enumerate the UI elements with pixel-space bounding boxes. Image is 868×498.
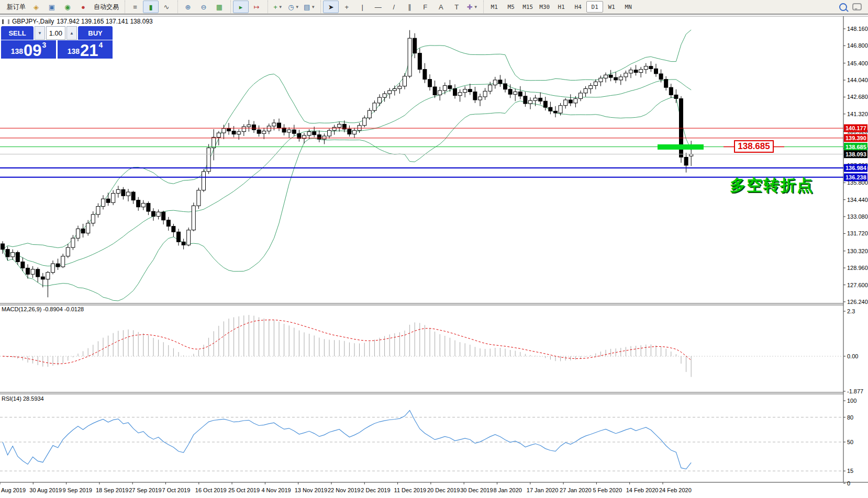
signal-icon: ◉ [64,3,70,11]
zoom-out-button[interactable]: ⊖ [196,1,212,13]
candlestick [247,125,251,127]
arrows-button[interactable]: ✚▼ [464,1,480,13]
toolbar-group-insert: +▼◷▼▤▼ [268,1,319,13]
candlestick [363,118,366,126]
timeframe-H4-button[interactable]: H4 [570,1,586,13]
templates-button[interactable]: ▤▼ [302,1,317,13]
signal-button[interactable]: ◉ [60,1,75,13]
volume-up-button[interactable]: ▲ [66,26,77,40]
trendline-button[interactable]: / [386,1,402,13]
timeframe-MN-button[interactable]: MN [620,1,637,13]
crosshair-icon: + [344,3,349,11]
new-window-icon: ▣ [49,3,55,11]
annotation-text[interactable]: 多空转折点 [730,175,814,196]
one-click-trading-panel: SELL ▼ 1.00 ▲ BUY 138 09 3 138 21 4 [1,26,113,59]
new-order-button[interactable]: 新订单 [4,1,28,13]
new-window-button[interactable]: ▣ [44,1,60,13]
chart-shift-button[interactable]: ↦ [249,1,264,13]
candlestick-chart-button[interactable]: ▮ [143,1,159,13]
timeframe-H1-button[interactable]: H1 [553,1,570,13]
svg-text:138.093: 138.093 [845,151,866,157]
horizontal-line-button[interactable]: — [370,1,386,13]
price-tag-138685[interactable]: 138.685 [734,140,774,153]
autotrading-button[interactable]: ● [75,1,91,13]
svg-text:134.440: 134.440 [847,197,868,203]
autotrading-icon: ● [81,3,85,11]
svg-text:16 Oct 2019: 16 Oct 2019 [195,487,227,493]
auto-trading-button[interactable]: 自动交易 [91,1,121,13]
line-chart-button[interactable]: ∿ [159,1,174,13]
text-button[interactable]: A [433,1,449,13]
candlestick [468,89,472,92]
candlestick [328,130,331,136]
cursor-button[interactable]: ➤ [323,1,339,13]
candlestick [458,93,462,96]
candlestick [36,269,40,277]
candlestick [589,86,593,89]
fibonacci-button[interactable]: F [417,1,433,13]
candlestick [212,137,216,148]
candlestick [66,247,70,256]
chart-title-ohlc: 137.942 139.165 137.141 138.093 [57,18,153,25]
candlestick [448,86,452,89]
candlestick [16,253,19,262]
channel-button[interactable]: ∥ [402,1,417,13]
chat-icon[interactable] [852,3,862,10]
candlestick [669,87,673,95]
timeframe-W1-button[interactable]: W1 [603,1,620,13]
dropdown-arrow-icon[interactable]: ▼ [474,5,478,9]
eraser-button[interactable]: ◈ [28,1,44,13]
candlestick [307,132,311,135]
volume-input[interactable]: 1.00 [46,26,65,40]
indicators-button[interactable]: +▼ [270,1,286,13]
bid-prefix: 138 [11,47,23,55]
candlestick [26,268,30,274]
candlestick [282,128,286,132]
timeframe-M30-button[interactable]: M30 [536,1,553,13]
svg-text:0.00: 0.00 [847,353,858,359]
candlestick [297,133,301,139]
candlestick [192,206,195,230]
ask-price[interactable]: 138 21 4 [58,40,113,59]
candlestick [41,277,44,279]
periods-button[interactable]: ◷▼ [286,1,302,13]
tile-windows-button[interactable]: ▦ [212,1,227,13]
candlestick [242,127,246,132]
dropdown-arrow-icon[interactable]: ▼ [279,5,283,9]
crosshair-button[interactable]: + [339,1,354,13]
candlestick [91,214,95,223]
buy-button[interactable]: BUY [78,26,113,40]
svg-text:133.080: 133.080 [847,213,868,220]
timeframe-M5-button[interactable]: M5 [503,1,519,13]
search-icon[interactable] [839,3,847,11]
svg-text:15: 15 [847,468,853,474]
candlestick [423,70,427,80]
vertical-line-button[interactable]: | [354,1,370,13]
candlestick [71,238,75,247]
dropdown-arrow-icon[interactable]: ▼ [295,5,299,9]
svg-text:0: 0 [847,480,850,486]
candlestick [292,130,296,133]
autoscroll-button[interactable]: ▸ [233,1,249,13]
bid-price[interactable]: 138 09 3 [1,40,56,59]
candlestick [543,101,547,107]
sell-button[interactable]: SELL [1,26,34,40]
chart-shift-icon: ↦ [254,3,260,11]
timeframe-M15-button[interactable]: M15 [519,1,536,13]
candlestick [408,38,411,76]
eraser-icon: ◈ [34,3,39,11]
dropdown-arrow-icon[interactable]: ▼ [311,5,315,9]
highlight-bar[interactable] [658,144,704,150]
bar-chart-button[interactable]: ≡ [127,1,143,13]
candlestick [443,86,447,91]
text-label-button[interactable]: T [449,1,464,13]
volume-down-button[interactable]: ▼ [35,26,45,40]
timeframe-D1-button[interactable]: D1 [586,1,603,13]
toolbar-group-chart-type: ≡▮∿ [125,1,176,13]
chart-canvas[interactable]: 148.160146.800145.400144.040142.680141.3… [0,0,868,498]
zoom-in-button[interactable]: ⊕ [180,1,196,13]
svg-text:11 Dec 2019: 11 Dec 2019 [394,487,427,493]
candlestick [96,207,100,215]
timeframe-M1-button[interactable]: M1 [486,1,503,13]
toolbar-group-draw: ➤+|—/∥FAT✚▼ [320,1,482,13]
